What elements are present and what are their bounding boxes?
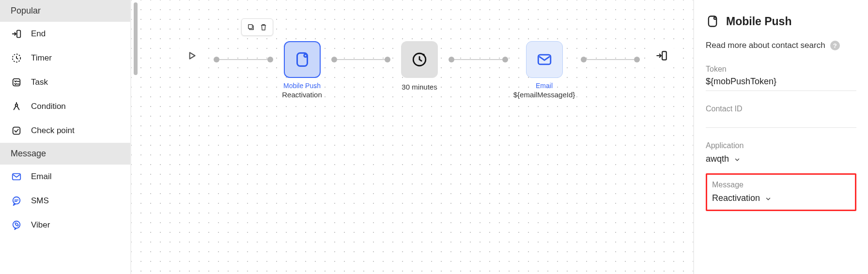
properties-panel: Mobile Push Read more about contact sear… <box>694 0 868 274</box>
timer-icon <box>11 52 22 64</box>
checkpoint-icon <box>11 125 22 137</box>
node-type-label: Email <box>536 82 553 90</box>
timer-icon <box>401 41 438 78</box>
connector <box>331 41 391 78</box>
sidebar-item-sms[interactable]: SMS <box>0 189 130 213</box>
help-icon: ? <box>830 41 840 50</box>
sidebar-item-email[interactable]: Email <box>0 165 130 189</box>
sidebar-item-label: Email <box>31 172 52 182</box>
canvas-scrollbar[interactable] <box>134 2 138 75</box>
field-label: Contact ID <box>706 105 856 113</box>
node-name-label: 30 minutes <box>402 83 437 91</box>
select-value: Reactivation <box>712 193 760 203</box>
workflow-row: Mobile Push Reactivation 30 minutes Emai… <box>170 41 683 99</box>
mobile-push-icon <box>706 15 719 28</box>
read-more-text: Read more about contact search <box>706 41 825 50</box>
node-start[interactable] <box>170 41 214 70</box>
sidebar-item-viber[interactable]: Viber <box>0 213 130 237</box>
sms-icon <box>11 195 22 207</box>
sidebar: Popular End Timer Task Condition Check p… <box>0 0 131 274</box>
node-mobile-push[interactable]: Mobile Push Reactivation <box>273 41 331 99</box>
field-token[interactable]: Token ${mobPushToken} <box>706 65 856 91</box>
field-value[interactable] <box>706 116 856 128</box>
node-toolbar <box>241 18 273 36</box>
message-highlight: Message Reactivation <box>706 173 856 211</box>
sidebar-item-end[interactable]: End <box>0 22 130 46</box>
node-end[interactable] <box>640 41 683 70</box>
field-value[interactable]: ${mobPushToken} <box>706 76 856 91</box>
field-label: Application <box>706 141 856 150</box>
sidebar-item-checkpoint[interactable]: Check point <box>0 119 130 143</box>
sidebar-section-popular: Popular <box>0 0 130 22</box>
viber-icon <box>11 219 22 231</box>
workflow-canvas[interactable]: Mobile Push Reactivation 30 minutes Emai… <box>131 0 694 274</box>
sidebar-item-label: Timer <box>31 53 52 63</box>
condition-icon <box>11 101 22 112</box>
chevron-down-icon <box>765 195 772 201</box>
end-icon <box>647 41 676 70</box>
sidebar-item-condition[interactable]: Condition <box>0 94 130 119</box>
duplicate-button[interactable] <box>246 22 256 32</box>
sidebar-item-timer[interactable]: Timer <box>0 46 130 70</box>
email-icon <box>11 171 22 183</box>
sidebar-item-label: Task <box>31 77 48 87</box>
email-icon <box>526 41 563 78</box>
end-icon <box>11 28 22 40</box>
select-value: awqth <box>706 154 729 164</box>
field-label: Token <box>706 65 856 74</box>
field-application[interactable]: Application awqth <box>706 141 856 165</box>
connector <box>581 41 640 78</box>
mobile-push-icon <box>284 41 321 78</box>
connector <box>449 41 508 78</box>
sidebar-item-task[interactable]: Task <box>0 70 130 94</box>
field-message[interactable]: Message Reactivation <box>712 181 850 204</box>
message-select[interactable]: Reactivation <box>712 192 850 204</box>
field-label: Message <box>712 181 850 189</box>
read-more-link[interactable]: Read more about contact search ? <box>706 41 856 50</box>
delete-button[interactable] <box>258 22 269 32</box>
task-icon <box>11 76 22 88</box>
sidebar-section-message: Message <box>0 143 130 165</box>
application-select[interactable]: awqth <box>706 153 856 165</box>
sidebar-item-label: Check point <box>31 126 75 136</box>
field-contact-id[interactable]: Contact ID <box>706 105 856 128</box>
node-timer[interactable]: 30 minutes <box>390 41 449 91</box>
chevron-down-icon <box>734 155 741 162</box>
panel-title-text: Mobile Push <box>726 15 791 28</box>
sidebar-item-label: End <box>31 29 46 39</box>
panel-title: Mobile Push <box>706 15 856 28</box>
app-root: Popular End Timer Task Condition Check p… <box>0 0 868 274</box>
play-icon <box>177 41 206 70</box>
node-name-label: ${emailMessageId} <box>513 91 575 99</box>
node-name-label: Reactivation <box>282 91 322 99</box>
connector <box>214 41 273 78</box>
sidebar-item-label: SMS <box>31 196 49 206</box>
node-email[interactable]: Email ${emailMessageId} <box>508 41 581 99</box>
sidebar-item-label: Viber <box>31 220 50 230</box>
sidebar-item-label: Condition <box>31 102 66 111</box>
node-type-label: Mobile Push <box>283 82 321 90</box>
